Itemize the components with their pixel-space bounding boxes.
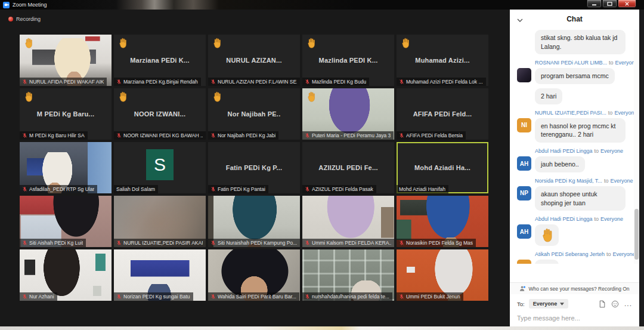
- video-tile[interactable]: Norizan PEDI Kg sungai Batu: [114, 249, 206, 301]
- participant-name-text: Norasikin PEDi Felda Sg Mas: [406, 240, 473, 246]
- video-tile[interactable]: Nur Azhani: [20, 249, 112, 301]
- muted-mic-icon: [305, 186, 310, 192]
- avatar: [517, 68, 531, 82]
- message-bubbles: stikat skng. sbb kalua tak jd Lalang.: [535, 30, 626, 54]
- message-bubble: program bersama mcmc: [535, 68, 615, 84]
- muted-mic-icon: [210, 186, 216, 192]
- video-tile[interactable]: Marziana PEDi K... Marziana PEDi Kg.Binj…: [114, 35, 206, 86]
- participant-name-text: Puteri Maria - PEDi Peramu Jaya 3: [312, 132, 391, 138]
- raised-hand-icon: [212, 38, 221, 48]
- avatar: AH: [517, 224, 531, 239]
- video-tile[interactable]: NURUL IZUATIE,PEDi PASIR AKAR: [114, 196, 206, 247]
- message-recipient: Everyone: [615, 60, 636, 66]
- video-tile[interactable]: Muhamad Azizi... Muhamad Azizi PEDi Feld…: [397, 35, 488, 86]
- person-privacy-icon: [519, 285, 526, 292]
- raised-hand-icon: [401, 38, 410, 48]
- raised-hand-icon: [212, 91, 221, 102]
- message-row: program bersama mcmc2 hari: [517, 68, 636, 104]
- muted-mic-icon: [305, 79, 310, 85]
- maximize-button[interactable]: [602, 0, 617, 8]
- close-button[interactable]: [618, 0, 636, 8]
- video-tile[interactable]: NURUL AZIZAN... NURUL AZIZAN PEDi F.LAWI…: [208, 35, 300, 86]
- message-bubbles: en hasnol ke prog mcmc kt terengganu.. 2…: [535, 118, 626, 143]
- privacy-note-text: Who can see your messages? Recording On: [528, 286, 629, 292]
- muted-mic-icon: [305, 240, 310, 246]
- message-header: NURUL IZUATIE,PEDi PASI... to Everyone: [535, 110, 636, 116]
- video-tile[interactable]: Mohd Aziadi Ha... Mohd Aziadi Hanifah: [397, 142, 488, 193]
- video-tile[interactable]: NOOR IZWANI... NOOR IZWANI PEDi KG BAWAH…: [114, 88, 206, 140]
- raised-hand-icon: [118, 38, 127, 48]
- chat-message-list[interactable]: stikat skng. sbb kalua tak jd Lalang. RO…: [510, 30, 639, 264]
- avatar: AP: [517, 260, 531, 264]
- video-tile[interactable]: S Saliah Dol Salam: [114, 142, 206, 193]
- message-recipient: Everyone: [610, 178, 633, 184]
- avatar: AH: [517, 156, 531, 171]
- video-tile[interactable]: NURUL AFIDA PEDI WAKAF AIK: [20, 35, 112, 86]
- message-bubble: jauh bebeno..: [535, 156, 585, 172]
- message-to-word: to: [606, 251, 611, 257]
- chat-message: Norsida PEDi Kg Masjid, T... to Everyone…: [517, 178, 636, 211]
- raised-hand-icon: [306, 38, 315, 48]
- privacy-note: Who can see your messages? Recording On: [510, 282, 639, 294]
- more-options-icon[interactable]: ...: [624, 301, 632, 306]
- title-bar[interactable]: Zoom Meeting: [0, 0, 644, 10]
- video-tile[interactable]: M PEDi Kg Baru... M PEDi Kg Baru Hilir S…: [20, 88, 112, 140]
- muted-mic-icon: [399, 79, 404, 85]
- participant-name-text: Fatin PEDi Kg Pantai: [218, 186, 265, 192]
- message-sender: Abdul Hadi PEDi Lingga: [535, 216, 593, 222]
- muted-mic-icon: [399, 240, 404, 246]
- muted-mic-icon: [210, 240, 216, 246]
- participant-name-text: Ummi Kalsom PEDi FELDA KERA...: [312, 240, 391, 246]
- muted-mic-icon: [210, 79, 216, 85]
- message-to-word: to: [595, 148, 599, 154]
- video-tile[interactable]: AZIIZUL PEDi Fe... AZIIZUL PEDi Felda Pa…: [302, 142, 394, 193]
- emoji-icon[interactable]: [611, 300, 619, 308]
- minimize-button[interactable]: [587, 0, 602, 8]
- video-tile[interactable]: Ummi Kalsom PEDi FELDA KERA...: [302, 196, 394, 247]
- video-tile[interactable]: Puteri Maria - PEDi Peramu Jaya 3: [302, 88, 394, 140]
- chevron-down-icon[interactable]: [517, 15, 525, 23]
- message-input[interactable]: Type message here...: [510, 310, 639, 326]
- video-tile[interactable]: Nor Najibah PE.. Nor Najibah PEDi Kg Jab…: [208, 88, 300, 140]
- video-tile[interactable]: AFIFA PEDi Feld... AFIFA PEDi Felda Bers…: [397, 88, 488, 140]
- participant-name-label: Asfadilah_PEDI RTP Sg Ular: [20, 185, 97, 193]
- chat-scrollbar-thumb[interactable]: [634, 209, 639, 260]
- video-tile[interactable]: Ummi PEDi Bukit Jenun: [397, 249, 488, 301]
- video-tile[interactable]: Siti Nuraishah PEDi Kampung Po...: [208, 196, 300, 247]
- participant-name-text: Mohd Aziadi Hanifah: [399, 186, 445, 192]
- participant-name-label: M PEDi Kg Baru Hilir SA: [20, 131, 88, 140]
- participant-name-label: NURUL IZUATIE,PEDi PASIR AKAR: [114, 239, 206, 247]
- video-tile[interactable]: Asfadilah_PEDI RTP Sg Ular: [20, 142, 112, 193]
- muted-mic-icon: [305, 294, 310, 300]
- video-tile[interactable]: Norasikin PEDi Felda Sg Mas: [397, 196, 488, 247]
- recipient-value: Everyone: [533, 301, 558, 307]
- compose-icons: ...: [598, 300, 632, 308]
- muted-mic-icon: [116, 79, 122, 85]
- video-tile[interactable]: Siti Aishah PEDi Kg Luit: [20, 196, 112, 247]
- recipient-dropdown[interactable]: Everyone: [529, 299, 569, 309]
- chat-panel: Chat stikat skng. sbb kalua tak jd Lalan…: [510, 10, 639, 326]
- message-sender: Atikah PEDi Seberang Jerteh: [535, 251, 605, 257]
- chat-footer: Who can see your messages? Recording On …: [510, 282, 639, 326]
- message-bubble: stikat skng. sbb kalua tak jd Lalang.: [535, 30, 626, 54]
- participant-name-label: Wahida Sairi PEDi Parit Baru Bar...: [208, 292, 299, 301]
- recording-label: Recording: [16, 16, 41, 22]
- muted-mic-icon: [305, 132, 310, 138]
- participant-name-text: NURUL AZIZAN PEDi F.LAWIN SE...: [218, 79, 297, 85]
- video-tile[interactable]: Wahida Sairi PEDi Parit Baru Bar...: [208, 249, 300, 301]
- video-tile[interactable]: Mazlinda PEDI K... Mazlinda PEDI Kg Budu: [302, 35, 394, 86]
- muted-mic-icon: [22, 132, 27, 138]
- participant-name-text: NOOR IZWANI PEDi KG BAWAH ...: [123, 132, 203, 138]
- participant-name-text: Saliah Dol Salam: [116, 186, 155, 192]
- chat-header: Chat: [510, 10, 639, 29]
- participant-initial-avatar: S: [146, 149, 174, 180]
- participant-name-text: Muhamad Azizi PEDi Felda Lok ...: [406, 79, 483, 85]
- chat-scrollbar[interactable]: [634, 30, 639, 264]
- participant-name-label: AFIFA PEDi Felda Bersia: [397, 131, 466, 140]
- participant-name-label: Muhamad Azizi PEDi Felda Lok ...: [397, 78, 486, 86]
- participant-name-text: Siti Nuraishah PEDi Kampung Po...: [218, 240, 297, 246]
- file-attach-icon[interactable]: [598, 300, 606, 308]
- video-tile[interactable]: Fatin PEDi Kg P... Fatin PEDi Kg Pantai: [208, 142, 300, 193]
- participant-name-text: Asfadilah_PEDI RTP Sg Ular: [29, 186, 94, 192]
- video-tile[interactable]: nurshahdatulhanisa pedi felda te...: [302, 249, 394, 301]
